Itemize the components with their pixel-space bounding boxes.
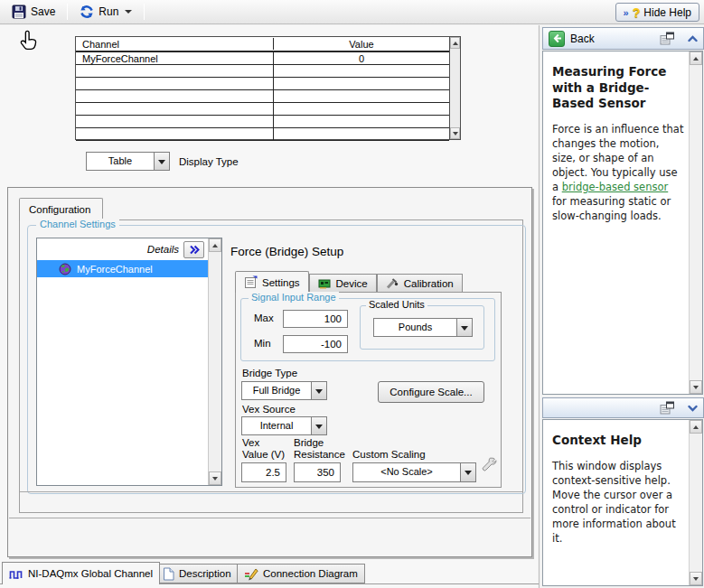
dropdown-arrow-icon[interactable] bbox=[456, 319, 472, 336]
dropdown-arrow-icon[interactable] bbox=[311, 417, 326, 434]
tab-configuration[interactable]: Configuration bbox=[19, 198, 103, 220]
scroll-down-icon[interactable] bbox=[690, 380, 702, 394]
channel-list-header: Details bbox=[37, 238, 221, 260]
bridge-based-sensor-link[interactable]: bridge-based sensor bbox=[562, 181, 669, 193]
help-topic-title: Measuring Force with a Bridge-Based Sens… bbox=[552, 64, 684, 112]
table-row[interactable] bbox=[76, 128, 449, 141]
calibration-tab-label: Calibration bbox=[404, 278, 454, 289]
table-row[interactable] bbox=[76, 90, 449, 103]
display-type-dropdown[interactable]: Table bbox=[86, 152, 170, 171]
dropdown-arrow-icon[interactable] bbox=[311, 382, 326, 399]
panel-separator bbox=[9, 518, 530, 518]
calibration-tool-icon bbox=[386, 276, 399, 290]
display-type-value: Table bbox=[87, 153, 154, 170]
min-label: Min bbox=[254, 338, 271, 349]
table-row[interactable] bbox=[76, 78, 449, 90]
vex-source-value: Internal bbox=[242, 417, 311, 434]
configure-scale-label: Configure Scale... bbox=[390, 387, 472, 397]
collapse-help-chevron-up-icon[interactable] bbox=[688, 35, 698, 42]
empty-cell bbox=[76, 128, 274, 140]
table-scrollbar[interactable] bbox=[449, 37, 460, 139]
value-column-header: Value bbox=[274, 38, 449, 50]
run-menu-caret-icon[interactable] bbox=[125, 10, 132, 17]
table-row[interactable] bbox=[76, 103, 449, 116]
hide-help-button[interactable]: » ? Hide Help bbox=[615, 3, 699, 22]
custom-scaling-value: <No Scale> bbox=[353, 463, 460, 481]
signal-input-range-label: Signal Input Range bbox=[249, 292, 339, 303]
back-button[interactable] bbox=[549, 31, 565, 47]
pane-splitter[interactable] bbox=[539, 25, 540, 588]
scaled-units-dropdown[interactable]: Pounds bbox=[373, 318, 473, 337]
vex-value-label-line2: Value (V) bbox=[242, 449, 285, 460]
bridge-resistance-input[interactable] bbox=[294, 462, 341, 482]
context-help-scrollbar[interactable] bbox=[689, 420, 702, 585]
table-row[interactable] bbox=[76, 116, 449, 128]
channel-list-item-selected[interactable]: MyForceChannel bbox=[37, 260, 208, 277]
vex-source-dropdown[interactable]: Internal bbox=[241, 416, 327, 435]
context-help-panel: Context Help This window displays contex… bbox=[542, 419, 703, 586]
scroll-down-icon[interactable] bbox=[450, 127, 460, 139]
details-label: Details bbox=[147, 244, 179, 255]
vex-value-input[interactable] bbox=[241, 462, 286, 482]
help-header-bar: Back bbox=[542, 27, 704, 50]
scroll-up-icon[interactable] bbox=[209, 238, 221, 252]
dropdown-arrow-icon[interactable] bbox=[460, 463, 475, 481]
custom-scaling-dropdown[interactable]: <No Scale> bbox=[352, 462, 476, 482]
scroll-up-icon[interactable] bbox=[690, 420, 702, 434]
help-arrow-icon: » bbox=[624, 7, 629, 18]
details-expand-button[interactable] bbox=[183, 241, 204, 258]
run-icon bbox=[80, 5, 94, 19]
scroll-down-icon[interactable] bbox=[690, 572, 702, 585]
max-label: Max bbox=[254, 313, 274, 323]
scale-wrench-icon[interactable] bbox=[481, 456, 498, 473]
help-scrollbar[interactable] bbox=[689, 51, 702, 394]
empty-cell bbox=[76, 78, 274, 89]
settings-form-icon bbox=[244, 275, 258, 289]
run-button[interactable]: Run bbox=[72, 1, 139, 23]
scroll-up-icon[interactable] bbox=[690, 51, 702, 65]
save-button-label: Save bbox=[31, 5, 55, 18]
empty-cell bbox=[76, 116, 274, 127]
help-text: for measuring static or slow-changing lo… bbox=[552, 195, 671, 222]
min-input[interactable] bbox=[283, 335, 348, 353]
tab-settings[interactable]: Settings bbox=[235, 271, 309, 293]
channel-cell[interactable]: MyForceChannel bbox=[76, 52, 274, 64]
scaled-units-group: Pounds bbox=[360, 305, 484, 350]
tab-device[interactable]: Device bbox=[309, 274, 377, 293]
scroll-down-icon[interactable] bbox=[209, 471, 221, 485]
configuration-tab-page: Channel Settings Details MyForceChannel bbox=[19, 219, 523, 513]
table-body: Channel Value MyForceChannel 0 bbox=[76, 37, 449, 139]
bridge-type-dropdown[interactable]: Full Bridge bbox=[241, 381, 327, 400]
float-window-icon[interactable] bbox=[660, 32, 675, 45]
context-help-content: Context Help This window displays contex… bbox=[543, 420, 688, 585]
toolbar-separator bbox=[144, 4, 145, 20]
value-cell[interactable]: 0 bbox=[274, 52, 449, 64]
table-row[interactable]: MyForceChannel 0 bbox=[76, 52, 449, 65]
tab-nidaqmx-global-channel[interactable]: NI-DAQmx Global Channel bbox=[2, 562, 160, 584]
save-button[interactable]: Save bbox=[5, 1, 62, 23]
bridge-type-label: Bridge Type bbox=[242, 368, 297, 378]
max-input[interactable] bbox=[283, 310, 348, 328]
float-window-icon[interactable] bbox=[660, 401, 675, 415]
setup-title: Force (Bridge) Setup bbox=[230, 245, 343, 258]
operate-tool-cursor bbox=[18, 29, 40, 53]
settings-tab-page: Signal Input Range Max Min Scaled Units … bbox=[235, 292, 502, 488]
panel-separator bbox=[20, 491, 522, 492]
configure-scale-button[interactable]: Configure Scale... bbox=[378, 381, 484, 403]
back-arrow-icon bbox=[552, 33, 562, 43]
scaled-units-value: Pounds bbox=[374, 319, 456, 336]
collapse-context-help-chevron-down-icon[interactable] bbox=[688, 405, 698, 412]
table-row[interactable] bbox=[76, 65, 449, 78]
tab-description[interactable]: Description bbox=[155, 564, 239, 583]
channel-list-scrollbar[interactable] bbox=[208, 238, 221, 485]
scroll-up-icon[interactable] bbox=[450, 37, 460, 49]
dropdown-arrow-icon[interactable] bbox=[154, 153, 169, 170]
toolbar: Save Run » ? Hide Help bbox=[0, 0, 704, 24]
tab-connection-diagram[interactable]: Connection Diagram bbox=[237, 564, 365, 583]
vex-source-label: Vex Source bbox=[242, 404, 296, 415]
help-question-icon: ? bbox=[633, 5, 641, 20]
empty-cell bbox=[274, 90, 449, 102]
tab-calibration[interactable]: Calibration bbox=[377, 274, 463, 293]
hide-help-label: Hide Help bbox=[643, 6, 691, 19]
help-content: Measuring Force with a Bridge-Based Sens… bbox=[543, 51, 688, 394]
